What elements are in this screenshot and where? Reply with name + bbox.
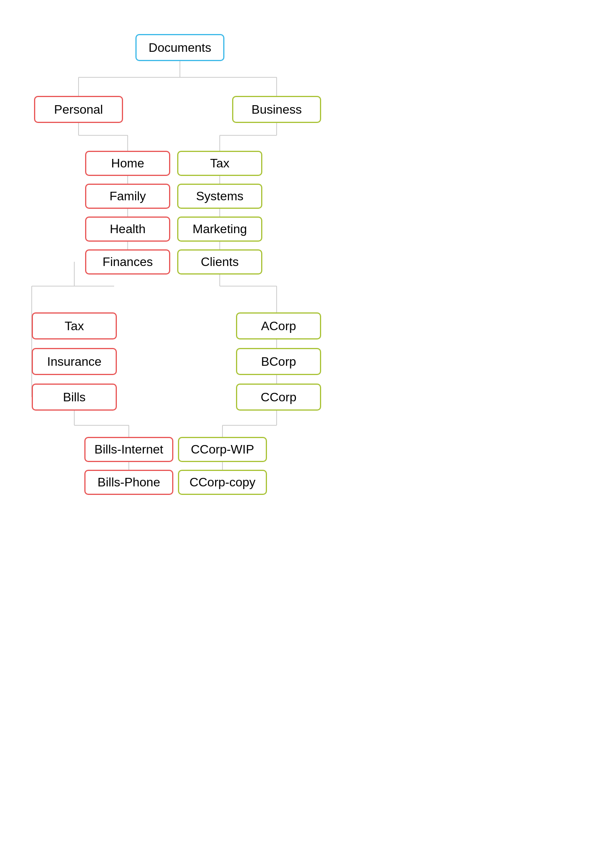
node-label-insurance: Insurance (47, 355, 102, 369)
node-ccorp[interactable]: CCorp (236, 384, 321, 411)
node-label-bills_internet: Bills-Internet (94, 442, 163, 457)
node-personal[interactable]: Personal (34, 96, 123, 123)
node-bills_phone[interactable]: Bills-Phone (84, 470, 173, 495)
node-bills[interactable]: Bills (32, 384, 117, 411)
node-label-family: Family (109, 189, 146, 203)
node-label-ccorp: CCorp (261, 390, 296, 404)
node-label-documents: Documents (149, 41, 211, 55)
node-clients[interactable]: Clients (177, 249, 262, 275)
node-label-marketing: Marketing (193, 222, 247, 236)
node-label-tax_p: Tax (210, 156, 229, 171)
node-label-business: Business (251, 102, 302, 117)
node-label-bills: Bills (63, 390, 86, 404)
node-label-clients: Clients (201, 255, 239, 269)
node-label-systems: Systems (196, 189, 244, 203)
node-label-personal: Personal (54, 102, 103, 117)
node-label-home: Home (111, 156, 144, 171)
node-finances[interactable]: Finances (85, 249, 170, 275)
node-label-acorp: ACorp (261, 319, 296, 333)
node-acorp[interactable]: ACorp (236, 312, 321, 339)
node-home[interactable]: Home (85, 151, 170, 176)
connector-lines (0, 0, 614, 868)
node-label-tax_f: Tax (65, 319, 84, 333)
node-label-health: Health (110, 222, 146, 236)
node-systems[interactable]: Systems (177, 184, 262, 209)
node-label-finances: Finances (103, 255, 153, 269)
node-tax_p[interactable]: Tax (177, 151, 262, 176)
node-business[interactable]: Business (232, 96, 321, 123)
node-family[interactable]: Family (85, 184, 170, 209)
node-ccorp_wip[interactable]: CCorp-WIP (178, 437, 267, 462)
node-label-ccorp_copy: CCorp-copy (190, 475, 256, 489)
node-label-ccorp_wip: CCorp-WIP (191, 442, 254, 457)
node-bills_internet[interactable]: Bills-Internet (84, 437, 173, 462)
node-bcorp[interactable]: BCorp (236, 348, 321, 375)
node-tax_f[interactable]: Tax (32, 312, 117, 339)
node-label-bcorp: BCorp (261, 355, 296, 369)
node-health[interactable]: Health (85, 217, 170, 242)
node-ccorp_copy[interactable]: CCorp-copy (178, 470, 267, 495)
node-documents[interactable]: Documents (135, 34, 224, 61)
node-insurance[interactable]: Insurance (32, 348, 117, 375)
node-marketing[interactable]: Marketing (177, 217, 262, 242)
node-label-bills_phone: Bills-Phone (97, 475, 160, 489)
